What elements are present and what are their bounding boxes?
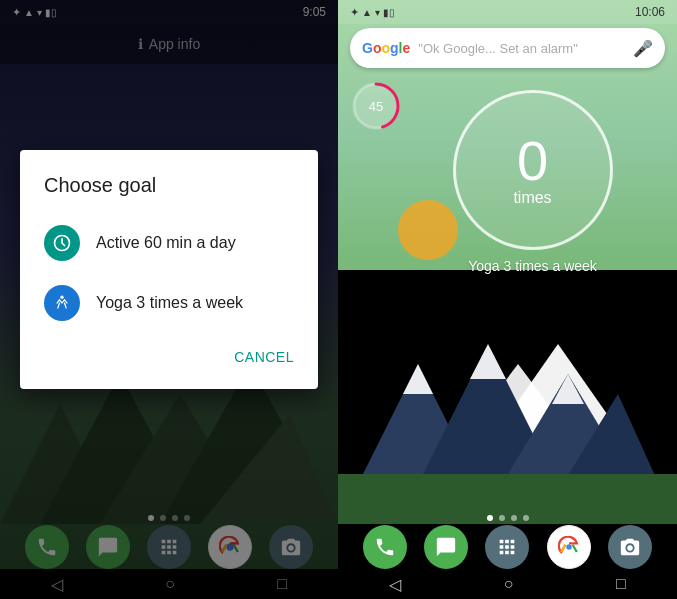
svg-marker-16 [403,364,433,394]
apps-icon-right[interactable] [485,525,529,569]
counter-number: 0 [517,133,548,189]
search-placeholder: "Ok Google... Set an alarm" [418,41,625,56]
wifi-icon-right: ▾ [375,7,380,18]
widget-label: Yoga 3 times a week [468,258,597,274]
dot-r3 [511,515,517,521]
option-yoga[interactable]: Yoga 3 times a week [20,273,318,333]
recents-button-right[interactable]: □ [616,575,626,593]
signal-icon-right: ▲ [362,7,372,18]
svg-marker-17 [470,344,506,379]
dialog-actions: CANCEL [20,333,318,381]
phone-right: ✦ ▲ ▾ ▮▯ 10:06 Google "Ok Google... Set … [338,0,677,599]
yoga-option-label: Yoga 3 times a week [96,294,243,312]
counter-circle: 0 times [453,90,613,250]
dot-r1 [487,515,493,521]
battery-icon-right: ▮▯ [383,7,395,18]
home-button-right[interactable]: ○ [504,575,514,593]
mic-icon[interactable]: 🎤 [633,39,653,58]
ring-value: 45 [369,99,383,114]
hangouts-icon-right[interactable] [424,525,468,569]
option-active[interactable]: Active 60 min a day [20,213,318,273]
nav-bar-right: ◁ ○ □ [338,569,677,599]
phone-icon-right[interactable] [363,525,407,569]
back-button-right[interactable]: ◁ [389,575,401,594]
counter-unit: times [513,189,551,207]
search-bar[interactable]: Google "Ok Google... Set an alarm" 🎤 [350,28,665,68]
svg-text:45: 45 [369,99,383,114]
status-icons-right: ✦ ▲ ▾ ▮▯ [350,6,395,19]
ring-svg: 45 [350,80,402,132]
dot-r4 [523,515,529,521]
bluetooth-icon-right: ✦ [350,6,359,19]
active-option-label: Active 60 min a day [96,234,236,252]
svg-point-6 [60,296,63,299]
choose-goal-dialog: Choose goal Active 60 min a day Yoga 3 t… [20,150,318,389]
dock-right [338,525,677,569]
camera-icon-right[interactable] [608,525,652,569]
active-icon [44,225,80,261]
chrome-icon-right[interactable] [547,525,591,569]
dialog-title: Choose goal [20,174,318,213]
cancel-button[interactable]: CANCEL [226,341,302,373]
svg-point-32 [628,545,634,551]
yoga-icon [44,285,80,321]
phone-left: ✦ ▲ ▾ ▮▯ 9:05 ℹ App info Choose goal Act… [0,0,338,599]
status-bar-right: ✦ ▲ ▾ ▮▯ 10:06 [338,0,677,24]
progress-ring-widget[interactable]: 45 [350,80,402,136]
svg-point-31 [566,544,572,550]
counter-widget[interactable]: 0 times Yoga 3 times a week [408,90,657,274]
page-dots-right [338,515,677,521]
dot-r2 [499,515,505,521]
google-logo: Google [362,40,410,56]
status-time-right: 10:06 [635,5,665,19]
